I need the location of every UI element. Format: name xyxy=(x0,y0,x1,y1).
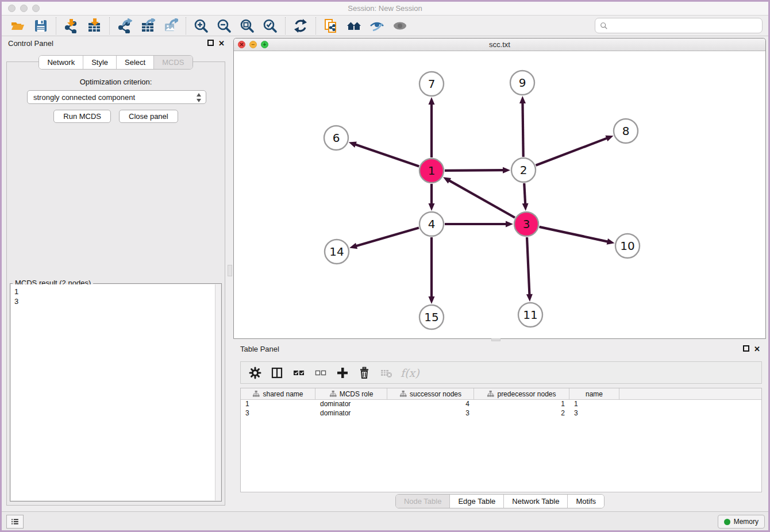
search-box[interactable] xyxy=(595,18,763,33)
clone-network-button[interactable] xyxy=(319,17,342,35)
node-14[interactable]: 14 xyxy=(325,240,349,264)
import-network-button[interactable] xyxy=(60,17,83,35)
table-tab-node-table[interactable]: Node Table xyxy=(396,495,451,508)
edge-2-8[interactable] xyxy=(536,136,613,165)
open-session-button[interactable] xyxy=(6,17,29,35)
svg-text:9: 9 xyxy=(519,76,526,90)
float-panel-icon[interactable] xyxy=(207,40,214,46)
column-header-shared-name[interactable]: shared name xyxy=(241,388,315,399)
settings-button[interactable] xyxy=(245,364,265,382)
export-table-button[interactable] xyxy=(136,17,159,35)
criterion-select[interactable]: strongly connected component xyxy=(27,90,206,104)
columns-icon xyxy=(271,367,283,379)
edge-1-6[interactable] xyxy=(349,141,419,166)
console-button[interactable] xyxy=(6,515,24,529)
column-label: MCDS role xyxy=(340,390,374,398)
column-header-successor-nodes[interactable]: successor nodes xyxy=(387,388,474,399)
node-15[interactable]: 15 xyxy=(419,305,444,329)
tab-network[interactable]: Network xyxy=(39,56,83,69)
delete-icon xyxy=(358,367,371,379)
result-scrollbar[interactable] xyxy=(215,284,221,500)
zoom-in-button[interactable] xyxy=(190,17,213,35)
export-network-button[interactable] xyxy=(113,17,136,35)
column-header-predecessor-nodes[interactable]: predecessor nodes xyxy=(474,388,569,399)
svg-text:10: 10 xyxy=(620,239,634,253)
node-table[interactable]: shared nameMCDS rolesuccessor nodesprede… xyxy=(240,388,762,492)
svg-text:8: 8 xyxy=(622,124,630,138)
table-row[interactable]: 1dominator411 xyxy=(241,400,761,409)
table-tab-motifs[interactable]: Motifs xyxy=(568,495,604,508)
node-10[interactable]: 10 xyxy=(615,234,640,258)
horizontal-splitter[interactable] xyxy=(491,338,500,341)
node-7[interactable]: 7 xyxy=(419,72,444,96)
node-11[interactable]: 11 xyxy=(518,303,542,327)
table-row[interactable]: 3dominator323 xyxy=(241,409,761,418)
edge-1-2[interactable] xyxy=(445,167,510,174)
node-6[interactable]: 6 xyxy=(324,126,348,150)
settings-icon xyxy=(249,367,261,379)
memory-label: Memory xyxy=(734,518,759,526)
edge-1-4[interactable] xyxy=(429,184,435,211)
node-2[interactable]: 2 xyxy=(511,158,536,182)
home-button[interactable] xyxy=(342,17,365,35)
mcds-result-list[interactable]: 13 xyxy=(11,284,215,500)
refresh-layout-button[interactable] xyxy=(289,17,312,35)
table-header-row: shared nameMCDS rolesuccessor nodesprede… xyxy=(241,388,761,400)
edge-2-3[interactable] xyxy=(522,183,529,211)
toolbar-separator xyxy=(315,17,316,34)
close-panel-button[interactable]: Close panel xyxy=(119,110,178,123)
cell: 4 xyxy=(387,400,474,409)
node-4[interactable]: 4 xyxy=(419,212,444,236)
export-image-button[interactable] xyxy=(159,17,182,35)
hide-details-button[interactable] xyxy=(365,17,388,35)
network-window-titlebar[interactable]: ✕ − + scc.txt xyxy=(234,38,765,51)
edge-2-9[interactable] xyxy=(519,96,526,157)
tab-style[interactable]: Style xyxy=(83,56,117,69)
node-9[interactable]: 9 xyxy=(510,71,534,95)
zoom-fit-button[interactable] xyxy=(236,17,259,35)
table-panel-title: Table Panel xyxy=(240,345,279,353)
column-header-name[interactable]: name xyxy=(569,388,619,399)
close-panel-icon[interactable]: ✕ xyxy=(218,40,225,47)
edge-3-1[interactable] xyxy=(443,177,515,217)
node-8[interactable]: 8 xyxy=(614,119,638,143)
tab-mcds[interactable]: MCDS xyxy=(154,56,192,69)
select-all-button[interactable] xyxy=(289,364,309,382)
tab-group: NetworkStyleSelectMCDS xyxy=(38,55,192,70)
cell: 3 xyxy=(569,409,619,418)
zoom-out-button[interactable] xyxy=(213,17,236,35)
run-mcds-button[interactable]: Run MCDS xyxy=(53,110,111,123)
table-tab-edge-table[interactable]: Edge Table xyxy=(450,495,504,508)
delete-button[interactable] xyxy=(355,364,374,382)
deselect-all-button[interactable] xyxy=(311,364,330,382)
zoom-selected-button[interactable] xyxy=(259,17,282,35)
table-close-icon[interactable]: ✕ xyxy=(753,345,761,353)
memory-status-icon xyxy=(724,519,730,525)
edge-1-7[interactable] xyxy=(429,97,435,157)
columns-button[interactable] xyxy=(267,364,287,382)
node-3[interactable]: 3 xyxy=(514,212,538,236)
edge-4-14[interactable] xyxy=(349,228,419,249)
edge-4-3[interactable] xyxy=(445,221,513,228)
delete-table-button xyxy=(376,364,396,382)
edge-4-15[interactable] xyxy=(429,237,435,304)
search-input[interactable] xyxy=(611,21,757,30)
show-view-button[interactable] xyxy=(388,17,411,35)
home-icon xyxy=(346,18,361,33)
edge-3-10[interactable] xyxy=(539,227,614,245)
memory-button[interactable]: Memory xyxy=(718,515,765,529)
table-float-icon[interactable] xyxy=(743,345,749,352)
node-1[interactable]: 1 xyxy=(419,159,444,183)
network-canvas[interactable]: 7968124314101511 xyxy=(234,51,765,339)
column-header-MCDS-role[interactable]: MCDS role xyxy=(315,388,387,399)
svg-text:1: 1 xyxy=(428,164,436,178)
save-session-button[interactable] xyxy=(29,17,52,35)
import-table-button[interactable] xyxy=(83,17,106,35)
table-tab-network-table[interactable]: Network Table xyxy=(504,495,568,508)
edge-3-11[interactable] xyxy=(526,237,533,302)
zoom-in-icon xyxy=(194,18,209,33)
vertical-splitter[interactable] xyxy=(228,265,232,276)
export-image-icon xyxy=(163,18,178,33)
tab-select[interactable]: Select xyxy=(117,56,154,69)
add-button[interactable] xyxy=(333,364,352,382)
